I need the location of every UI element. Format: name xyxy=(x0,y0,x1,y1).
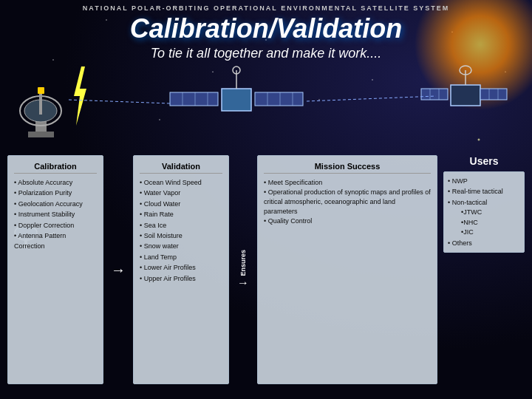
svg-rect-1 xyxy=(28,132,54,137)
cal-item-1: Absolute Accuracy xyxy=(14,177,97,188)
svg-rect-18 xyxy=(451,85,480,106)
svg-marker-6 xyxy=(74,66,86,126)
arrow-1: → xyxy=(109,155,127,384)
val-item-4: Rain Rate xyxy=(140,209,222,219)
users-sub-panel: NWP Real-time tactical Non-tactical •JTW… xyxy=(443,171,525,253)
cal-item-6: Antenna Pattern Correction xyxy=(14,231,97,252)
user-item-4: •JTWC xyxy=(448,208,520,218)
svg-rect-8 xyxy=(170,92,218,106)
svg-rect-19 xyxy=(421,89,448,100)
mission-item-1: Meet Specification xyxy=(264,177,431,188)
val-item-1: Ocean Wind Speed xyxy=(140,177,222,188)
val-item-10: Upper Air Profiles xyxy=(140,273,222,284)
arrow-2: → xyxy=(237,276,249,290)
user-item-1: NWP xyxy=(448,176,520,186)
val-item-2: Water Vapor xyxy=(140,188,222,198)
calibration-panel: Calibration Absolute Accuracy Polarizati… xyxy=(7,155,103,384)
user-item-3: Non-tactical xyxy=(448,197,520,208)
user-item-7: Others xyxy=(448,238,520,248)
svg-rect-5 xyxy=(38,87,44,94)
svg-rect-22 xyxy=(480,89,507,100)
mission-panel: Mission Success Meet Specification Opera… xyxy=(257,155,437,384)
calibration-panel-title: Calibration xyxy=(14,162,97,174)
cal-item-2: Polarization Purity xyxy=(14,188,97,198)
ensures-container: Ensures → xyxy=(235,155,251,384)
user-item-6: •JIC xyxy=(448,228,520,238)
validation-panel: Validation Ocean Wind Speed Water Vapor … xyxy=(133,155,229,384)
val-item-6: Soil Moisture xyxy=(140,231,222,241)
page-header: National Polar-Orbiting Operational Envi… xyxy=(0,0,532,61)
val-item-3: Cloud Water xyxy=(140,199,222,209)
cal-item-5: Doppler Correction xyxy=(14,220,97,231)
svg-rect-4 xyxy=(39,92,42,115)
users-panel-title: Users xyxy=(443,155,525,167)
val-item-8: Land Temp xyxy=(140,252,222,262)
lightning-icon xyxy=(70,66,89,126)
mission-panel-title: Mission Success xyxy=(264,162,431,174)
val-item-7: Snow water xyxy=(140,241,222,251)
ensures-label: Ensures xyxy=(239,250,247,276)
cal-item-4: Instrument Stability xyxy=(14,209,97,219)
page-title: Calibration/Validation xyxy=(0,13,532,44)
agency-title: National Polar-Orbiting Operational Envi… xyxy=(0,4,532,12)
cal-item-3: Geolocation Accuracy xyxy=(14,199,97,209)
val-item-5: Sea Ice xyxy=(140,220,222,231)
page-subtitle: To tie it all together and make it work.… xyxy=(0,46,532,61)
svg-line-28 xyxy=(307,96,436,101)
main-content-area: Calibration Absolute Accuracy Polarizati… xyxy=(7,155,525,384)
users-panel: Users NWP Real-time tactical Non-tactica… xyxy=(443,155,525,384)
satellite-imagery-area xyxy=(0,63,532,151)
validation-panel-title: Validation xyxy=(140,162,222,174)
mission-item-3: Quality Control xyxy=(264,216,431,226)
satellite-center-icon xyxy=(163,63,310,144)
val-item-9: Lower Air Profiles xyxy=(140,262,222,273)
user-item-5: •NHC xyxy=(448,218,520,228)
svg-rect-12 xyxy=(255,92,303,106)
ground-station-left-icon xyxy=(13,66,69,140)
user-item-2: Real-time tactical xyxy=(448,186,520,197)
satellite-right-icon xyxy=(417,63,514,137)
mission-item-2: Operational production of synoptic maps … xyxy=(264,188,431,216)
svg-rect-7 xyxy=(222,89,251,111)
